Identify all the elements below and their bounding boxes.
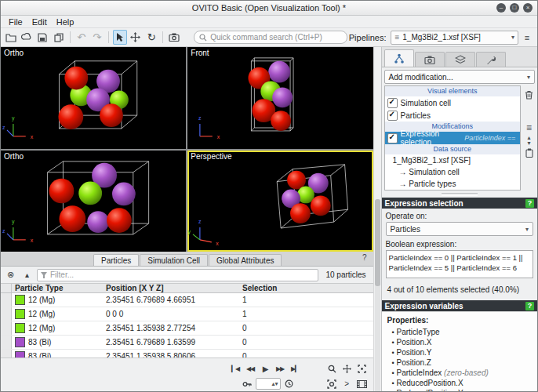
viewport-snapshot-button[interactable] (167, 30, 181, 45)
pipeline-item-particles[interactable]: Particles (385, 109, 520, 122)
viewport-ortho-bottom-left[interactable]: Ortho xyz (1, 151, 186, 252)
pipeline-item-source-simulation-cell[interactable]: → Simulation cell (385, 166, 520, 178)
expression-selection-header[interactable]: Expression selection ? (382, 198, 537, 209)
viewport-canvas[interactable]: xyz (1, 151, 186, 252)
viewport-canvas[interactable]: xyz (1, 47, 186, 149)
tab-render[interactable] (415, 52, 445, 67)
table-row[interactable]: 12 (Mg)0 0 01 (1, 307, 373, 321)
expression-editor[interactable]: ParticleIndex == 0 || ParticleIndex == 1… (386, 250, 533, 278)
help-button[interactable]: ? (525, 199, 534, 208)
import-remote-button[interactable] (20, 30, 34, 45)
maximize-button[interactable]: □ (510, 3, 519, 13)
animation-settings-button[interactable] (282, 378, 296, 390)
console-button[interactable]: > (340, 378, 354, 390)
command-search-input[interactable]: Quick command search (Ctrl+P) (194, 31, 347, 44)
play-button[interactable]: ▶ (259, 363, 272, 375)
table-row[interactable]: 12 (Mg)2.35451 1.35938 2.772540 (1, 321, 373, 336)
render-icon (327, 379, 336, 389)
scrollbar-thumb[interactable] (375, 199, 380, 286)
step-forward-button[interactable]: ▶▶ (274, 363, 287, 375)
cell-particle-type: 83 (Bi) (12, 337, 103, 347)
modifier-menu-button[interactable]: ≡ (522, 122, 536, 134)
zoom-fit-button[interactable] (355, 363, 369, 375)
jump-start-button[interactable]: ▎◀ (229, 363, 242, 375)
viewport-label[interactable]: Perspective (191, 152, 231, 161)
viewport-canvas[interactable]: xzy (187, 151, 373, 252)
frame-spinbox[interactable]: ▴▾ (256, 378, 281, 390)
tab-overlays[interactable] (445, 52, 475, 67)
minimize-button[interactable]: – (496, 3, 506, 13)
pipeline-item-source-particle-types[interactable]: → Particle types (385, 178, 520, 190)
data-inspector: Particles Simulation Cell Global Attribu… (1, 252, 373, 358)
auto-key-button[interactable] (241, 378, 254, 390)
menu-help[interactable]: Help (52, 17, 79, 27)
filter-input[interactable]: Filter... (37, 269, 318, 281)
pipeline-item-source-file[interactable]: 1_Mg3Bi2_1.xsf [XSF] (385, 154, 520, 166)
tab-modify[interactable] (384, 49, 414, 67)
cell-particle-type: 12 (Mg) (12, 295, 103, 305)
copy-to-clipboard-button[interactable] (522, 147, 536, 159)
redo-button[interactable]: ↷ (90, 30, 104, 45)
tab-simulation-cell[interactable]: Simulation Cell (140, 254, 208, 266)
inspector-help-button[interactable]: ? (362, 253, 367, 262)
render-active-viewport-button[interactable] (325, 378, 339, 390)
rotate-mode-button[interactable]: ↻ (144, 30, 158, 45)
select-mode-button[interactable] (113, 30, 127, 45)
operate-on-dropdown[interactable]: Particles ▾ (386, 222, 533, 236)
viewport-label[interactable]: Front (191, 49, 209, 57)
render-animation-button[interactable] (355, 378, 369, 390)
step-back-button[interactable]: ◀◀ (244, 363, 257, 375)
tab-particles[interactable]: Particles (93, 254, 139, 266)
clone-pipeline-button[interactable] (51, 30, 65, 45)
column-selection[interactable]: Selection (239, 284, 373, 292)
viewport-label[interactable]: Ortho (4, 49, 24, 57)
delete-modifier-button[interactable] (522, 89, 536, 101)
inspector-filter-row: ⊗ ▴ Filter... 10 particles (1, 267, 373, 284)
table-row[interactable]: 12 (Mg)2.35451 6.79689 4.669511 (1, 293, 373, 307)
row-header (1, 336, 12, 349)
move-modifier-button[interactable]: ▴▾ (522, 134, 536, 147)
close-button[interactable]: × (523, 3, 533, 13)
menu-file[interactable]: File (4, 17, 27, 27)
visibility-checkbox[interactable] (387, 111, 398, 121)
cell-selection: 0 (239, 352, 373, 358)
tab-utilities[interactable] (476, 52, 506, 67)
zoom-tool-button[interactable] (325, 363, 339, 375)
viewport-perspective[interactable]: Perspective xzy (187, 151, 373, 252)
viewport-ortho-top-left[interactable]: Ortho xyz (1, 47, 186, 149)
help-button[interactable]: ? (525, 302, 534, 310)
undo-button[interactable]: ↶ (75, 30, 89, 45)
expression-selection-body: Operate on: Particles ▾ Boolean expressi… (382, 209, 537, 300)
visibility-checkbox[interactable] (387, 133, 398, 143)
svg-text:z: z (2, 228, 5, 234)
table-row[interactable]: 83 (Bi)2.35451 6.79689 1.635990 (1, 336, 373, 350)
add-modification-dropdown[interactable]: Add modification... ▾ (384, 70, 535, 84)
pipeline-menu-button[interactable]: ≡ (520, 30, 534, 45)
table-row[interactable]: 83 (Bi)2.35451 1.35938 5.806060 (1, 350, 373, 358)
move-mode-button[interactable] (129, 30, 143, 45)
pipeline-selector[interactable]: ≡ 1_Mg3Bi2_1.xsf [XSF] ▾ (391, 31, 518, 45)
open-file-button[interactable] (4, 30, 18, 45)
variable-item: • Position.X (392, 337, 532, 347)
column-particle-type[interactable]: Particle Type (12, 284, 103, 292)
scrollbar-track[interactable] (375, 199, 380, 392)
viewport-label[interactable]: Ortho (4, 152, 24, 161)
viewport-front[interactable]: Front xz (187, 47, 373, 149)
save-button[interactable] (35, 30, 49, 45)
menu-edit[interactable]: Edit (27, 17, 52, 27)
pipeline-item-simulation-cell[interactable]: Simulation cell (385, 96, 520, 109)
film-icon (357, 380, 367, 388)
visibility-checkbox[interactable] (387, 98, 398, 108)
magnifier-icon (328, 365, 336, 373)
column-settings-icon[interactable]: ▴ (20, 269, 34, 281)
column-position[interactable]: Position [X Y Z] (103, 284, 239, 292)
expression-variables-header[interactable]: Expression variables ? (382, 300, 537, 311)
pipeline-item-expression-selection[interactable]: Expression selection ParticleIndex == 0.… (385, 132, 520, 144)
tab-global-attributes[interactable]: Global Attributes (209, 254, 282, 266)
clear-filter-icon[interactable]: ⊗ (4, 269, 17, 281)
jump-end-button[interactable]: ▶▎ (289, 363, 302, 375)
panel-splitter[interactable] (382, 191, 537, 198)
pan-tool-button[interactable] (340, 363, 354, 375)
viewport-canvas[interactable]: xz (187, 47, 373, 149)
animation-toolbar: ▎◀ ◀◀ ▶ ▶▶ ▶▎ (1, 358, 373, 392)
